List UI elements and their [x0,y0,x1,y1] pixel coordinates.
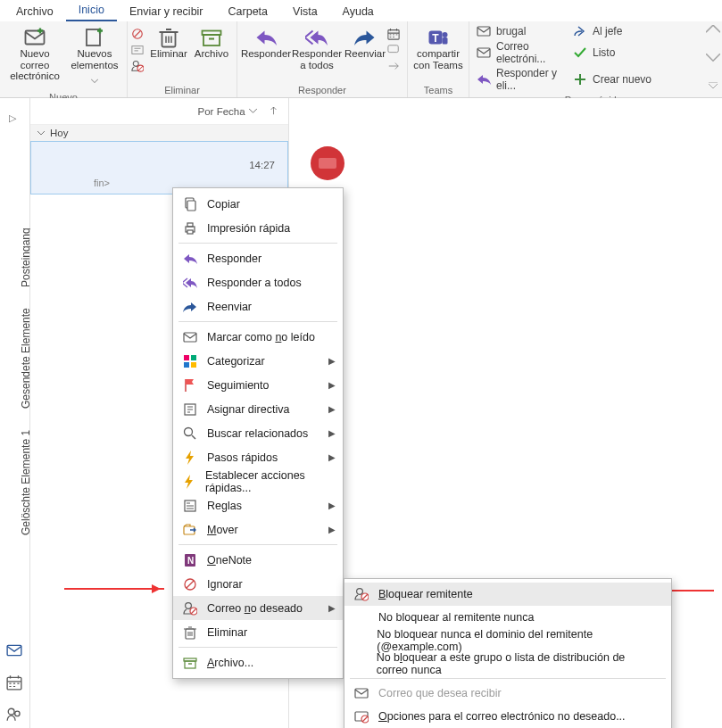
menu-item-enviar-y-recibir[interactable]: Enviar y recibir [117,2,216,21]
ctx-responder-a-todos[interactable]: Responder a todos [173,270,343,294]
ctx-correo-que-desea-recibir: Correo que desea recibir [344,682,671,705]
group-today-label: Hoy [50,128,68,138]
share-teams-label: compartircon Teams [413,48,462,70]
ribbon-group-quicksteps: brugalAl jefeCorreo electróni...ListoRes… [469,21,722,97]
ribbon: Nuevo correoelectrónico Nuevoselementos … [0,21,722,98]
meeting-icon[interactable] [387,27,400,41]
group-label-delete: Eliminar [128,85,237,97]
delete-small-col [131,25,147,73]
ctx-copiar[interactable]: Copiar [173,192,343,216]
ctx-asignar-directiva[interactable]: Asignar directiva▶ [173,397,343,421]
nav-mail-icon[interactable] [6,642,22,658]
share-teams-button[interactable]: compartircon Teams [411,25,465,70]
menu-item-ayuda[interactable]: Ayuda [330,2,386,21]
message-subject-tail: fin> [94,178,110,188]
ignore-icon[interactable] [131,27,144,41]
ctx-reenviar[interactable]: Reenviar [173,294,343,318]
ctx-marcar-como-no-le-do[interactable]: Marcar como no leído [173,325,343,349]
quickstep-correo-electr-ni-[interactable]: Correo electróni... [473,39,569,66]
group-label-respond: Responder [237,85,407,97]
message-time: 14:27 [249,160,275,170]
forward-label: Reenviar [344,48,386,60]
ctx-buscar-relacionados[interactable]: Buscar relacionados▶ [173,421,343,445]
ribbon-group-teams: compartircon Teams Teams [408,21,469,97]
message-item[interactable]: 14:27 fin> [30,141,288,194]
ribbon-group-respond: Responder Respondera todos Reenviar Resp… [237,21,408,97]
sort-dir-icon[interactable] [270,107,278,115]
new-mail-button[interactable]: Nuevo correoelectrónico [4,25,66,82]
quickstep-listo[interactable]: Listo [569,39,666,66]
menu-item-carpeta[interactable]: Carpeta [216,2,280,21]
new-items-label: Nuevoselementos [71,48,118,70]
ctx-impresi-n-r-pida[interactable]: Impresión rápida [173,216,343,240]
new-mail-label: Nuevo correoelectrónico [5,48,64,82]
quickstep-al-jefe[interactable]: Al jefe [569,23,666,39]
ctx-opciones-para-el-correo-electr-nico-no-deseado[interactable]: Opciones para el correo electrónico no d… [344,705,671,728]
menu-bar: ArchivoInicioEnviar y recibirCarpetaVist… [0,0,722,21]
svg-rect-35 [132,46,143,54]
quicksteps-gallery[interactable]: brugalAl jefeCorreo electróni...ListoRes… [469,21,704,95]
reply-all-button[interactable]: Respondera todos [291,25,343,70]
ctx-responder[interactable]: Responder [173,246,343,270]
svg-rect-36 [388,46,398,53]
ctx-pasos-r-pidos[interactable]: Pasos rápidos▶ [173,445,343,469]
nav-calendar-icon[interactable] [6,674,22,691]
delete-label: Eliminar [150,48,187,60]
annotation-arrow-left [64,588,164,589]
ctx-mover[interactable]: Mover▶ [173,517,343,542]
ribbon-group-delete: Eliminar Archivo Eliminar [128,21,237,97]
more-respond-icon[interactable] [387,59,400,73]
ctx-reglas[interactable]: Reglas▶ [173,493,343,517]
sort-header[interactable]: Por Fecha [30,98,288,125]
quickstep-brugal[interactable]: brugal [473,23,569,39]
reply-button[interactable]: Responder [241,25,291,60]
context-menu-junk: Bloquear remitenteNo bloquear al remiten… [344,578,672,728]
expand-folders-icon[interactable]: ▷ [9,112,16,124]
group-label-teams: Teams [408,85,469,97]
ctx-ignorar[interactable]: Ignorar [173,572,343,596]
chevron-down-icon [249,107,257,115]
menu-item-archivo[interactable]: Archivo [4,2,66,21]
svg-rect-34 [87,29,100,46]
ctx-onenote[interactable]: OneNote [173,548,343,572]
ribbon-group-new: Nuevo correoelectrónico Nuevoselementos … [0,21,128,97]
ctx-no-bloquear-nunca-el-dominio-del-remitente-example-com[interactable]: No bloquear nunca el dominio del remiten… [344,629,671,652]
ctx-no-bloquear-al-remitente-nunca[interactable]: No bloquear al remitente nunca [344,606,671,629]
archive-button[interactable]: Archivo [190,25,233,60]
sort-label: Por Fecha [198,106,245,117]
reply-label: Responder [241,48,291,60]
ctx-no-bloquear-a-este-grupo-o-lista-de-distribuci-n-de-correo-nunca[interactable]: No bloquear a este grupo o lista de dist… [344,652,671,675]
cleanup-icon[interactable] [131,43,144,57]
quickstep-crear-nuevo[interactable]: Crear nuevo [569,66,666,93]
folder-rail: ▷ Posteingang Gesendete Elemente Gelösch… [0,98,30,728]
archive-label: Archivo [195,48,228,60]
context-menu-main: CopiarImpresión rápidaResponderResponder… [172,187,344,679]
menu-item-vista[interactable]: Vista [280,2,330,21]
im-icon[interactable] [387,43,400,57]
junk-sm-icon[interactable] [131,59,144,73]
chevron-down-icon [37,131,45,136]
ctx-eliminar[interactable]: Eliminar [173,620,343,644]
nav-people-icon[interactable] [6,707,22,723]
ctx-establecer-acciones-r-pidas[interactable]: Establecer acciones rápidas... [173,469,343,493]
quicksteps-scroll[interactable] [704,21,722,95]
ctx-archivo[interactable]: Archivo... [173,650,343,674]
respond-small-col [387,25,403,73]
ctx-correo-no-deseado[interactable]: Correo no deseado▶ [173,596,343,620]
delete-button[interactable]: Eliminar [147,25,190,60]
group-today-header[interactable]: Hoy [30,125,288,141]
ctx-seguimiento[interactable]: Seguimiento▶ [173,373,343,397]
menu-item-inicio[interactable]: Inicio [66,0,117,21]
forward-button[interactable]: Reenviar [343,25,387,60]
new-items-button[interactable]: Nuevoselementos [66,25,123,92]
ctx-categorizar[interactable]: Categorizar▶ [173,349,343,373]
reply-all-label: Respondera todos [292,48,342,70]
sender-avatar [311,146,344,180]
ctx-bloquear-remitente[interactable]: Bloquear remitente [344,583,671,606]
quickstep-responder-y-eli-[interactable]: Responder y eli... [473,66,569,93]
